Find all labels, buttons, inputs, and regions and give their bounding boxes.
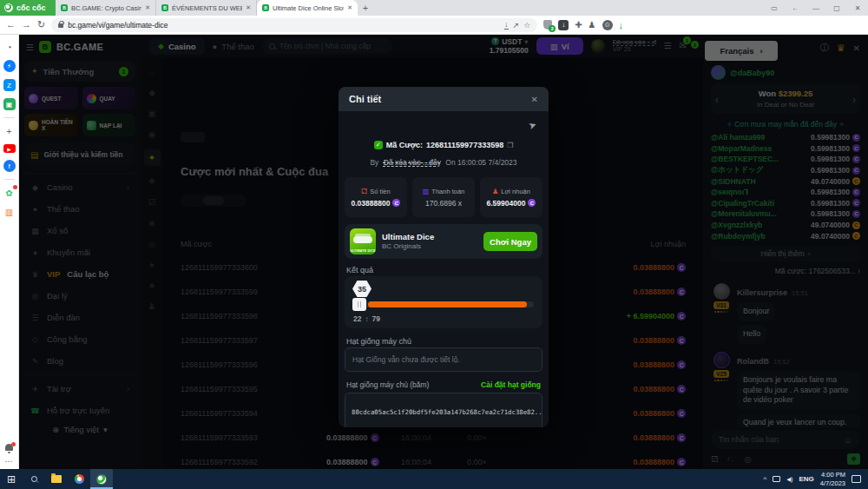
result-fill <box>368 301 527 307</box>
share-icon[interactable]: ↗ <box>513 21 520 30</box>
browser-navbar: ← → ↻ bc.game/vi/game/ultimate-dice ↓ ↗ … <box>0 16 868 35</box>
chrome-icon[interactable] <box>68 469 90 489</box>
result-panel: 35 22 ↕ 79 <box>345 276 542 328</box>
tray-expand-icon[interactable]: ^ <box>764 475 767 483</box>
network-icon[interactable] <box>773 476 780 482</box>
tab-close-icon[interactable]: ✕ <box>246 4 251 11</box>
sidebar-divider <box>4 117 15 118</box>
facebook-icon[interactable]: f <box>3 160 16 172</box>
bookmark-star-icon[interactable]: ☆ <box>523 21 530 30</box>
stat-label: Số tiền <box>370 188 390 195</box>
bet-datetime: 16:00:05 7/4/2023 <box>457 158 517 167</box>
browser-tab[interactable]: B BC.GAME: Crypto Casino Ga ✕ <box>56 0 156 16</box>
play-now-button[interactable]: Chơi Ngay <box>483 232 537 251</box>
screen: cốc cốc B BC.GAME: Crypto Casino Ga ✕ B … <box>0 0 868 489</box>
bet-id-value: 126811159977333598 <box>426 141 503 149</box>
verified-shield-icon: ✓ <box>374 141 383 149</box>
extensions-puzzle-icon[interactable]: ✚ <box>575 21 582 30</box>
copy-icon[interactable]: ❐ <box>507 142 513 149</box>
cart-icon[interactable]: ▥ <box>3 206 16 218</box>
minimize-button[interactable]: — <box>806 4 826 12</box>
back-panel-icon[interactable]: ← <box>785 4 806 12</box>
game-name: Ultimate Dice <box>382 232 434 242</box>
web-viewport: ☰ B BC.GAME ✦ Tiền Thưởng 1 QUESTQUAYHOÀ… <box>19 35 868 469</box>
browser-sidebar: ◔⚡Z▣+▶f✿▥⋯ <box>0 35 19 469</box>
stat-label: Thanh toán <box>431 188 464 195</box>
stat-icon: ▥ <box>423 188 430 195</box>
new-tab-button[interactable]: + <box>358 0 373 16</box>
action-center-icon[interactable] <box>852 475 861 483</box>
stat-value: 170.6896 x <box>425 199 462 208</box>
games-icon[interactable]: ▣ <box>3 98 16 110</box>
modal-header: Chi tiết ✕ <box>339 87 549 111</box>
taskbar-search-icon[interactable] <box>23 469 45 489</box>
sidebar-more-icon[interactable]: ⋯ <box>5 457 14 466</box>
browser-tabs: B BC.GAME: Crypto Casino Ga ✕ B ÉVÉNEMEN… <box>56 0 358 16</box>
on-label: On <box>445 158 455 167</box>
browser-avatar-icon[interactable]: ☺ <box>602 20 613 30</box>
start-button[interactable]: ⊞ <box>0 469 23 489</box>
profile-icon[interactable]: ♟ <box>589 21 596 30</box>
downloads-icon[interactable]: ↓ <box>558 20 569 30</box>
stat-label: Lợi nhuận <box>501 188 530 195</box>
share-bet-icon[interactable]: ➤ <box>527 119 538 132</box>
sidebar-divider <box>4 179 15 180</box>
taskbar-time: 4:00 PM <box>820 471 845 479</box>
maximize-button[interactable]: ▢ <box>826 4 847 12</box>
taskbar-date: 4/7/2023 <box>820 479 845 487</box>
coccoc-logo-icon <box>4 3 13 12</box>
url-bar[interactable]: bc.game/vi/game/ultimate-dice ↓ ↗ ☆ <box>51 18 537 32</box>
speaker-icon[interactable]: ◀) <box>786 476 792 483</box>
tab-title: BC.GAME: Crypto Casino Ga <box>71 4 141 12</box>
tab-close-icon[interactable]: ✕ <box>347 4 352 11</box>
range-arrows-icon: ↕ <box>365 315 368 323</box>
coccoc-brand: cốc cốc <box>0 0 56 16</box>
file-explorer-icon[interactable] <box>45 469 68 489</box>
add-icon[interactable]: + <box>3 125 16 137</box>
coin-icon: C <box>528 199 536 207</box>
browser-tab[interactable]: B Ultimate Dice Online Slot - F ✕ <box>257 0 358 16</box>
close-button[interactable]: ✕ <box>847 4 868 12</box>
by-label: By <box>370 158 378 167</box>
taskbar-clock[interactable]: 4:00 PM 4/7/2023 <box>820 471 845 487</box>
server-seed-field[interactable]: Hạt Giống vẫn chưa được tiết lộ. <box>345 347 542 372</box>
modal-title: Chi tiết <box>349 94 381 104</box>
game-provider: BC Originals <box>382 242 434 251</box>
result-label: Kết quả <box>346 266 373 274</box>
coin-icon: C <box>392 199 400 207</box>
youtube-icon[interactable]: ▶ <box>3 144 16 153</box>
result-handle[interactable] <box>352 298 366 311</box>
window-controls: ▭ ← — ▢ ✕ <box>764 0 868 16</box>
bet-stat-box: ▥Thanh toán 170.6896 x <box>412 177 475 217</box>
lock-icon <box>58 23 63 28</box>
panel-icon[interactable]: ▭ <box>764 4 785 12</box>
reload-icon[interactable]: ↻ <box>37 20 45 30</box>
input-language[interactable]: ENG <box>799 475 813 483</box>
forward-icon[interactable]: → <box>22 20 31 30</box>
tab-close-icon[interactable]: ✕ <box>145 4 150 11</box>
browser-tab[interactable]: B ÉVÉNEMENTS DU WEEK-EN ✕ <box>156 0 257 16</box>
bet-stats: ⚁Số tiền 0.03888800C ▥Thanh toán 170.689… <box>345 177 542 217</box>
seed-hash-value[interactable]: 80cdca05ac5c1f20bdf5fe203a147b268c7ea2c7… <box>345 393 542 427</box>
coccoc-taskbar-icon[interactable] <box>90 469 113 489</box>
save-page-icon[interactable]: ↓ <box>504 20 509 30</box>
ultimate-dice-icon: ULTIMATE DICE <box>350 228 376 254</box>
modal-close-icon[interactable]: ✕ <box>531 95 538 104</box>
zalo-icon[interactable]: Z <box>3 79 16 91</box>
history-icon[interactable]: ◔ <box>3 41 16 53</box>
bet-player[interactable]: Đã xóa vào ...đây <box>384 158 441 167</box>
seed-settings-link[interactable]: Cài đặt hạt giống <box>481 380 541 389</box>
tab-title: Ultimate Dice Online Slot - F <box>273 4 344 12</box>
messenger-icon[interactable]: ⚡ <box>3 60 16 72</box>
tab-favicon-icon: B <box>262 4 269 11</box>
bet-stat-box: ⚁Số tiền 0.03888800C <box>345 177 407 217</box>
coccoc-download-icon[interactable]: ↓ <box>619 20 624 30</box>
url-text[interactable]: bc.game/vi/game/ultimate-dice <box>68 21 168 30</box>
stat-value: 6.59904000 <box>487 199 526 208</box>
browser-bell-icon[interactable] <box>3 441 16 453</box>
back-icon[interactable]: ← <box>6 20 16 30</box>
stat-icon: ⚁ <box>361 188 367 195</box>
adblock-shield-icon[interactable]: 2 <box>543 20 552 30</box>
server-seed-label: Hạt giống máy chủ <box>346 337 411 346</box>
coccoc-store-icon[interactable]: ✿ <box>3 187 16 199</box>
